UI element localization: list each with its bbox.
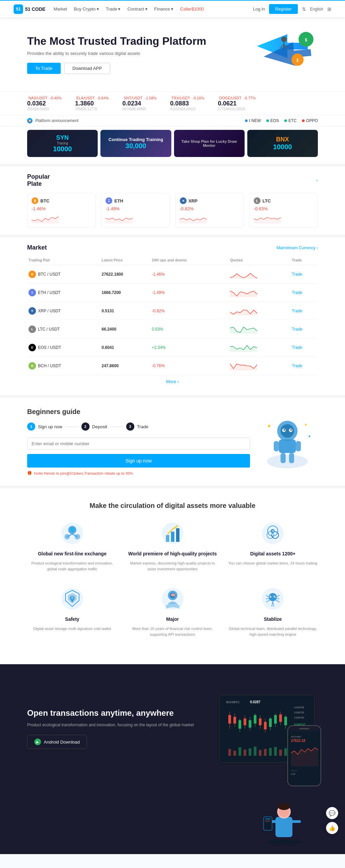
market-trade-cell[interactable]: Trade [290, 302, 318, 320]
guide-email-input[interactable] [27, 437, 250, 450]
nav-grid-icon[interactable]: ⊞ [327, 6, 331, 12]
banner-card-2[interactable]: Take Shop Plan for Lucky Draw Mentor [174, 130, 245, 157]
feature-projects-desc: Market express, discovering high-quality… [128, 560, 218, 572]
market-pair-cell: ✕ XRP / USDT [27, 302, 100, 320]
ticker-doge-vol: 177348415.26526 [218, 107, 255, 111]
nav-sort-icon[interactable]: ⇅ [302, 6, 306, 12]
ltc-mini-chart [254, 213, 281, 223]
trade-link[interactable]: Trade [292, 345, 302, 350]
eth-mini-chart [106, 213, 133, 223]
svg-rect-101 [279, 714, 282, 722]
announcement-icon: 📢 [27, 118, 33, 123]
svg-rect-45 [176, 528, 179, 542]
ticker-trx-price: 0.0883 [170, 100, 205, 107]
hero-subtitle: Provides the ability to securely trade v… [27, 51, 250, 56]
feature-exchange: 🌐 Global new first-line exchange Product… [27, 520, 117, 572]
nav-register-button[interactable]: Register [269, 4, 298, 14]
market-trade-cell[interactable]: Trade [290, 265, 318, 283]
svg-rect-89 [249, 720, 251, 728]
svg-rect-24 [274, 441, 279, 451]
guide-signup-button[interactable]: Sign up now [27, 454, 250, 468]
scroll-thumbs-button[interactable]: 👍 [326, 822, 338, 834]
svg-rect-23 [279, 439, 296, 453]
svg-rect-87 [244, 718, 246, 725]
market-trade-cell[interactable]: Trade [290, 283, 318, 302]
svg-rect-113 [274, 747, 277, 756]
banner-card-0[interactable]: SYN Tracing 10000 [27, 130, 98, 157]
popular-ltc[interactable]: Ł LTC -0.63% [249, 193, 318, 228]
hero-content: The Most Trusted Trading Platform Provid… [27, 35, 250, 74]
trade-link[interactable]: Trade [292, 309, 302, 313]
coin-icon: Ł [28, 326, 36, 333]
dot-etc [284, 119, 287, 122]
popular-more[interactable]: › [317, 178, 318, 183]
market-filter[interactable]: Mainstream Currency › [276, 245, 318, 250]
feature-projects-name: World premiere of high-quality projects [128, 551, 217, 556]
svg-marker-18 [230, 346, 257, 352]
features-grid-2: B Safety Digital asset storage multi-sig… [27, 585, 318, 637]
market-price-cell: 0.5131 [100, 302, 151, 320]
nav-trade[interactable]: Trade ▾ [106, 6, 120, 12]
nav-logo[interactable]: 51 51 CODE [14, 4, 45, 14]
coin-icon: B [28, 271, 36, 278]
ticker-snt-vol: 9574606.48960 [122, 107, 157, 111]
feature-projects: World premiere of high-quality projects … [128, 520, 218, 572]
nav-lang[interactable]: English [310, 7, 323, 12]
step-3-num: 3 [126, 422, 134, 431]
app-person-area [0, 793, 345, 854]
svg-text:★: ★ [304, 423, 307, 427]
ltc-icon: Ł [254, 197, 261, 204]
pop-eth-header: Ξ ETH [106, 197, 165, 204]
app-android-button[interactable]: ▶ Android Download [27, 735, 87, 749]
market-trade-cell[interactable]: Trade [290, 320, 318, 338]
feature-stablize-desc: Global technical team, distributed paral… [228, 626, 318, 637]
safety-icon: B [59, 585, 86, 612]
market-trade-cell[interactable]: Trade [290, 357, 318, 375]
dot-eos [266, 119, 269, 122]
nav-market[interactable]: Market [54, 6, 67, 12]
market-header: Market Mainstream Currency › [27, 244, 318, 251]
nav-finance[interactable]: Finance ▾ [154, 6, 173, 12]
svg-rect-106 [238, 747, 241, 756]
popular-eth[interactable]: Ξ ETH -1.49% [101, 193, 170, 228]
nav-buy-crypto[interactable]: Buy Crypto ▾ [74, 6, 99, 12]
svg-marker-12 [180, 218, 207, 223]
guide-step-3: 3 Trade [126, 422, 148, 431]
trade-link[interactable]: Trade [292, 272, 302, 277]
trade-link[interactable]: Trade [292, 290, 302, 295]
banner-card-1-text: Continue Trading Training 30,000 [107, 135, 165, 152]
svg-marker-15 [230, 291, 257, 297]
stablize-icon [259, 585, 286, 612]
nav-login-button[interactable]: Log in [253, 6, 265, 12]
market-more[interactable]: More › [27, 375, 318, 388]
svg-text:BTC/USDT: BTC/USDT [291, 736, 301, 738]
hero-download-button[interactable]: Download APP [64, 63, 111, 74]
guide-step-2: 2 Deposit [81, 422, 107, 431]
trade-link[interactable]: Trade [292, 327, 302, 332]
popular-btc[interactable]: ₿ BTC -1.46% [27, 193, 96, 228]
announcement-left: 📢 Platform announcement [27, 118, 78, 123]
banner-card-3[interactable]: BNX 10000 [247, 130, 318, 157]
ticker-nas-price: 0.0362 [27, 100, 61, 107]
banner-card-1[interactable]: Continue Trading Training 30,000 [100, 130, 171, 157]
trade-link[interactable]: Trade [292, 363, 302, 368]
nav-caller[interactable]: Caller$1000 [180, 6, 204, 12]
svg-marker-13 [254, 217, 281, 223]
feature-stablize: Stablize Global technical team, distribu… [228, 585, 318, 637]
market-trade-cell[interactable]: Trade [290, 338, 318, 357]
guide-steps: 1 Sign up now 2 Deposit 3 Trade [27, 422, 250, 431]
svg-text:B: B [71, 596, 74, 600]
hero-trade-button[interactable]: To Trade [27, 63, 61, 74]
svg-rect-132 [291, 820, 301, 823]
market-price-cell: 0.6041 [100, 338, 151, 357]
logo-text: 51 CODE [25, 6, 45, 12]
scroll-chat-button[interactable]: 💬 [326, 807, 338, 819]
market-change-cell: -1.49% [150, 283, 229, 302]
svg-rect-93 [259, 718, 262, 725]
navbar: 51 51 CODE Market Buy Crypto ▾ Trade ▾ C… [0, 0, 345, 17]
pop-xrp-header: ✕ XRP [180, 197, 239, 204]
popular-xrp[interactable]: ✕ XRP -0.82% [175, 193, 244, 228]
feature-safety-name: Safety [65, 616, 79, 622]
nav-contract[interactable]: Contract ▾ [127, 6, 147, 12]
svg-point-137 [278, 803, 290, 810]
